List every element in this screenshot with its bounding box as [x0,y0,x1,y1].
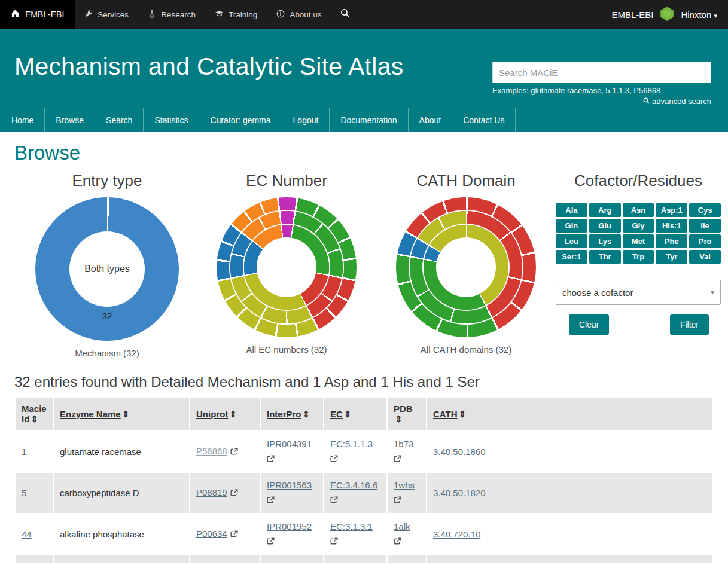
nav-contact-us[interactable]: Contact Us [452,108,516,132]
cath-sunburst-ring-inner[interactable] [424,225,508,310]
external-link-icon[interactable] [230,530,238,540]
main-content: Browse Entry type Both types 32 Mechanis… [4,142,724,565]
macie-id-link[interactable]: 5 [22,488,26,498]
sort-interpro[interactable]: InterPro⇕ [267,409,310,419]
interpro-link[interactable]: IPR001952 [267,521,312,532]
external-link-icon[interactable] [394,537,401,547]
pdb-link[interactable]: 1whs [394,480,415,490]
entry-type-ring[interactable] [35,197,179,341]
macie-search-input[interactable] [492,62,711,83]
nav-statistics[interactable]: Statistics [144,108,199,132]
nav-home[interactable]: Home [0,108,45,132]
donut-hole [69,231,145,307]
residue-chip-trp[interactable]: Trp [623,250,654,264]
residue-chip-pro[interactable]: Pro [689,234,721,248]
global-masthead: EMBL-EBI Services Research Training Abou… [0,0,728,29]
macie-id-link[interactable]: 1 [22,447,26,457]
residue-chip-ala[interactable]: Ala [556,203,587,217]
ec-link[interactable]: EC:3.1.3.1 [330,521,373,532]
filter-button[interactable]: Filter [670,314,709,335]
cath-sunburst-ring-outer[interactable] [396,197,536,337]
ec-sunburst-ring-middle[interactable] [230,211,343,323]
cath-sunburst-chart[interactable] [396,197,536,337]
menu-services[interactable]: Services [75,0,138,29]
external-link-icon[interactable] [230,447,238,457]
residue-chip-his[interactable]: His:1 [656,219,687,233]
ec-link[interactable]: EC:5.1.1.3 [330,439,373,449]
external-link-icon[interactable] [330,537,338,547]
external-link-icon[interactable] [230,488,238,499]
embl-ebi-home[interactable]: EMBL-EBI [0,0,75,29]
cath-sunburst-ring-middle[interactable] [410,211,522,323]
residue-chip-ile[interactable]: Ile [689,219,721,233]
external-link-icon[interactable] [267,496,275,506]
residue-chip-val[interactable]: Val [689,250,721,264]
cath-link[interactable]: 3.40.720.10 [433,529,480,539]
pdb-link[interactable]: 1b73 [394,439,413,449]
residue-chip-gln[interactable]: Gln [556,219,587,233]
entry-type-title: Entry type [17,172,197,190]
nav-logout[interactable]: Logout [282,108,330,132]
advanced-search-link[interactable]: advanced search [643,97,711,106]
sort-pdb[interactable]: PDB⇕ [394,404,413,424]
residue-chip-thr[interactable]: Thr [589,250,621,264]
sort-macie-id[interactable]: Macie Id⇕ [22,404,47,424]
menu-about-us[interactable]: About us [267,0,331,29]
site-selector[interactable]: Hinxton ▾ [681,10,717,20]
clear-button[interactable]: Clear [569,314,609,335]
menu-training[interactable]: Training [205,0,267,29]
residue-chip-met[interactable]: Met [623,234,654,248]
cath-link[interactable]: 3.40.50.1820 [433,488,486,498]
residue-chip-asn[interactable]: Asn [623,203,654,217]
global-search-button[interactable] [331,0,360,29]
nav-documentation[interactable]: Documentation [330,108,408,132]
example-link[interactable]: P56868 [633,86,660,95]
sort-enzyme-name[interactable]: Enzyme Name⇕ [60,409,129,419]
macie-id-link[interactable]: 44 [22,529,32,539]
residue-chip-lys[interactable]: Lys [589,234,621,248]
nav-curator[interactable]: Curator: gemma [199,108,282,132]
cath-link[interactable]: 3.40.50.1860 [433,447,486,457]
interpro-link[interactable]: IPR001563 [267,480,312,490]
sort-icon: ⇕ [459,409,467,420]
menu-research[interactable]: Research [138,0,205,29]
residue-chip-leu[interactable]: Leu [556,234,587,248]
ec-sunburst-ring-inner[interactable] [244,225,329,310]
nav-search[interactable]: Search [95,108,144,132]
external-link-icon[interactable] [267,537,275,547]
ec-sunburst-chart[interactable] [217,197,357,337]
uniprot-link[interactable]: P56868 [196,446,227,456]
uniprot-link[interactable]: P08819 [196,487,227,497]
residue-chip-asp[interactable]: Asp:1 [656,203,687,217]
site-label: Hinxton [681,10,711,20]
residue-chip-arg[interactable]: Arg [589,203,621,217]
residue-chip-ser[interactable]: Ser:1 [556,250,587,264]
sort-ec[interactable]: EC⇕ [330,409,351,419]
sort-cath[interactable]: CATH⇕ [433,409,466,419]
sort-uniprot[interactable]: Uniprot⇕ [196,409,237,419]
uniprot-link[interactable]: P00634 [196,529,227,539]
ec-sunburst-ring-outer[interactable] [217,197,357,337]
residue-chip-cys[interactable]: Cys [689,203,721,217]
external-link-icon[interactable] [394,454,401,465]
cofactor-select[interactable]: choose a cofactor ▾ [556,280,721,305]
ec-link[interactable]: EC:3.4.16.6 [330,480,377,490]
nav-about[interactable]: About [409,108,453,132]
external-link-icon[interactable] [330,454,338,465]
residue-chip-glu[interactable]: Glu [589,219,621,233]
residue-chip-phe[interactable]: Phe [656,234,687,248]
table-row: 44 alkaline phosphatase P00634 IPR001952… [16,514,712,554]
examples-label: Examples: [492,86,529,95]
external-link-icon[interactable] [394,496,401,506]
external-link-icon[interactable] [267,454,275,465]
column-label: InterPro [267,409,301,419]
residue-chip-tyr[interactable]: Tyr [656,250,687,264]
example-link[interactable]: glutamate racemase [531,86,605,95]
interpro-link[interactable]: IPR004391 [267,439,312,449]
example-link[interactable]: 5.1.1.3 [605,86,633,95]
nav-browse[interactable]: Browse [45,108,95,132]
external-link-icon[interactable] [330,496,338,506]
residue-chip-gly[interactable]: Gly [623,219,654,233]
entry-type-donut-chart[interactable]: Both types 32 [35,197,179,341]
pdb-link[interactable]: 1alk [394,521,410,532]
